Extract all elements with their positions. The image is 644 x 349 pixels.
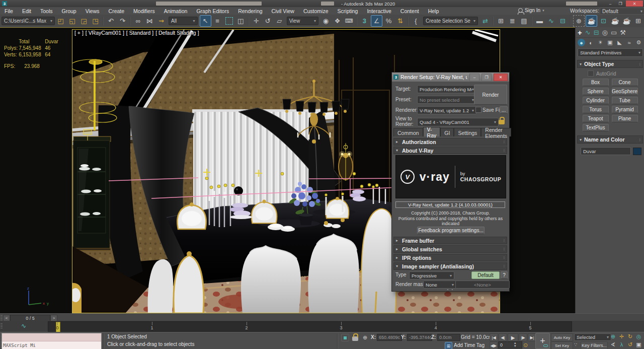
orbit-icon[interactable]: ↻ (626, 333, 634, 340)
spinner-snap-icon[interactable]: ⇅ (395, 16, 406, 26)
category-spacewarps-icon[interactable]: ≈ (625, 39, 633, 46)
maximize-viewport-toggle-icon[interactable]: ▣ (635, 341, 642, 348)
button-pyramid[interactable]: Pyramid (612, 106, 638, 113)
target-dropdown[interactable]: Production Rendering Mode ▾ (417, 85, 476, 93)
button-plane[interactable]: Plane (612, 115, 638, 122)
fov-icon[interactable]: ∢ (609, 341, 617, 348)
select-by-name-icon[interactable]: ≡ (212, 16, 223, 26)
tab-hierarchy-icon[interactable]: ⊟ (594, 29, 599, 36)
app-icon[interactable]: 3 (2, 1, 7, 6)
workspace-dropdown[interactable]: Default ▾ (600, 8, 644, 15)
object-name-field[interactable]: Duvar (581, 147, 631, 155)
button-tube[interactable]: Tube (612, 97, 638, 104)
menu-rendering[interactable]: Rendering (233, 8, 267, 14)
button-cone[interactable]: Cone (612, 79, 638, 86)
go-to-start-button[interactable]: |◀ (490, 333, 498, 341)
rollout-name-color[interactable]: ▾ Name and Color ⁝ (577, 135, 643, 144)
menu-customize[interactable]: Customize (299, 8, 333, 14)
save-file-checkbox[interactable] (475, 107, 481, 113)
menu-group[interactable]: Group (57, 8, 81, 14)
preset-dropdown[interactable]: No preset selected ▾ (417, 96, 476, 104)
menu-tools[interactable]: Tools (36, 8, 57, 14)
select-object-icon[interactable]: ↖ (200, 15, 211, 27)
menu-file[interactable]: File (0, 8, 18, 14)
mirror-icon[interactable]: ⇄ (480, 16, 491, 26)
tab-motion-icon[interactable]: ◎ (602, 29, 608, 36)
rollout-object-type[interactable]: ▾ Object Type ⁝ (577, 60, 643, 68)
minimize-button[interactable]: – (606, 1, 615, 7)
auto-key-button[interactable]: Auto Key (551, 333, 573, 341)
reference-coordinate-dropdown[interactable]: View ▾ (287, 17, 318, 25)
category-lights-icon[interactable]: ☀ (597, 39, 604, 46)
angle-snap-icon[interactable]: ∠ (371, 15, 382, 27)
category-geometry-icon[interactable]: ● (578, 39, 585, 46)
new-scene-icon[interactable]: ◰ (55, 16, 66, 26)
key-filters-paw-icon[interactable]: ∵ (574, 342, 577, 347)
dialog-close-button[interactable]: ✕ (494, 74, 508, 81)
window-crossing-icon[interactable]: ◫ (235, 16, 246, 26)
snap-toggle-icon[interactable]: 3 (359, 16, 370, 26)
next-frame-button[interactable]: |▶ (519, 333, 527, 341)
dialog-minimize-button[interactable]: – (469, 74, 479, 81)
schematic-view-icon[interactable]: ⊟ (557, 16, 568, 26)
isolate-selection-toggle[interactable] (341, 334, 349, 341)
use-pivot-center-icon[interactable]: ◉ (320, 16, 331, 26)
sign-in-menu[interactable]: Sign In ▾ (518, 8, 544, 13)
viewport-general-menu[interactable]: [ + ] (74, 30, 84, 36)
category-systems-icon[interactable]: ⚙ (635, 39, 642, 46)
viewport-shading-menu[interactable]: [ Default Shading ] (155, 30, 199, 36)
select-and-rotate-icon[interactable]: ↺ (263, 16, 273, 26)
object-color-swatch[interactable] (633, 148, 641, 155)
material-editor-icon[interactable]: ⊕ (573, 15, 585, 27)
menu-modifiers[interactable]: Modifiers (129, 8, 159, 14)
menu-views[interactable]: Views (81, 8, 104, 14)
time-configuration-icon[interactable]: ⊙ (523, 342, 528, 348)
dialog-maximize-button[interactable]: ❐ (481, 74, 492, 81)
menu-interactive[interactable]: Interactive (362, 8, 395, 14)
play-button[interactable]: ▶ (508, 333, 518, 341)
viewport-perview-menu[interactable]: [ Standard ] (126, 30, 153, 36)
button-sphere[interactable]: Sphere (583, 88, 609, 95)
scene-explorer-icon[interactable]: ▤ (519, 16, 529, 26)
unlink-selection-icon[interactable]: ⋈ (144, 16, 155, 26)
named-selection-sets-icon[interactable]: { (411, 16, 421, 26)
absolute-mode-toggle[interactable]: ⊕ (361, 334, 369, 341)
dialog-resize-handle[interactable]: • • (392, 287, 509, 292)
primitives-dropdown[interactable]: Standard Primitives ▾ (578, 48, 643, 57)
button-torus[interactable]: Torus (583, 106, 609, 113)
tab-settings[interactable]: Settings (454, 128, 481, 136)
bind-to-spacewarp-icon[interactable]: ⇝ (156, 16, 167, 26)
tab-render-elements[interactable]: Render Elements (481, 128, 511, 136)
menu-help[interactable]: Help (424, 8, 444, 14)
button-teapot[interactable]: Teapot (583, 115, 609, 122)
rollout-image-sampler[interactable]: ▾ Image sampler (Antialiasing) ⁝ (393, 262, 507, 270)
select-and-link-icon[interactable]: ∞ (133, 16, 143, 26)
autogrid-checkbox[interactable] (588, 71, 594, 77)
lock-view-icon[interactable] (499, 120, 505, 124)
maxscript-listener-row[interactable]: MAXScript Mi (2, 341, 101, 349)
open-scene-icon[interactable]: ◱ (67, 16, 77, 26)
button-cylinder[interactable]: Cylinder (583, 97, 609, 104)
pan-icon[interactable]: ✛ (618, 333, 625, 340)
feedback-settings-button[interactable]: Feedback program settings... (417, 227, 485, 234)
tab-display-icon[interactable]: ▭ (611, 29, 617, 36)
selection-filter-dropdown[interactable]: All ▾ (169, 17, 198, 25)
set-key-button[interactable]: Set Key (551, 341, 573, 349)
keyboard-shortcut-override-icon[interactable]: ⌨ (344, 16, 354, 26)
button-geosphere[interactable]: GeoSphere (612, 88, 638, 95)
named-selection-dropdown[interactable]: Create Selection Se ▾ (423, 17, 478, 25)
select-and-manipulate-icon[interactable]: ❖ (332, 16, 343, 26)
rollout-ipr-options[interactable]: ▸ IPR options ⁝ (393, 254, 507, 261)
rollout-about-vray[interactable]: ▾ About V-Ray ⁝ (393, 147, 507, 154)
zoom-region-icon[interactable]: ◎ (635, 333, 642, 340)
project-folder-dropdown[interactable]: C:\Users\C...s Max 2020 ▾ (2, 17, 55, 25)
add-time-tag-label[interactable]: Add Time Tag (454, 342, 485, 348)
menu-edit[interactable]: Edit (18, 8, 36, 14)
walkthrough-icon[interactable]: λ (618, 341, 625, 348)
track-bar-strip[interactable]: 0 1 2 3 4 5 (48, 321, 572, 332)
sampler-type-dropdown[interactable]: Progressive ▾ (409, 271, 454, 280)
tab-vray[interactable]: V-Ray (423, 127, 441, 136)
render-flyout-icon[interactable]: ☕ (621, 16, 632, 26)
sampler-help-button[interactable]: ? (501, 271, 508, 279)
rollout-authorization[interactable]: ▸ Authorization ⁝ (393, 138, 507, 146)
